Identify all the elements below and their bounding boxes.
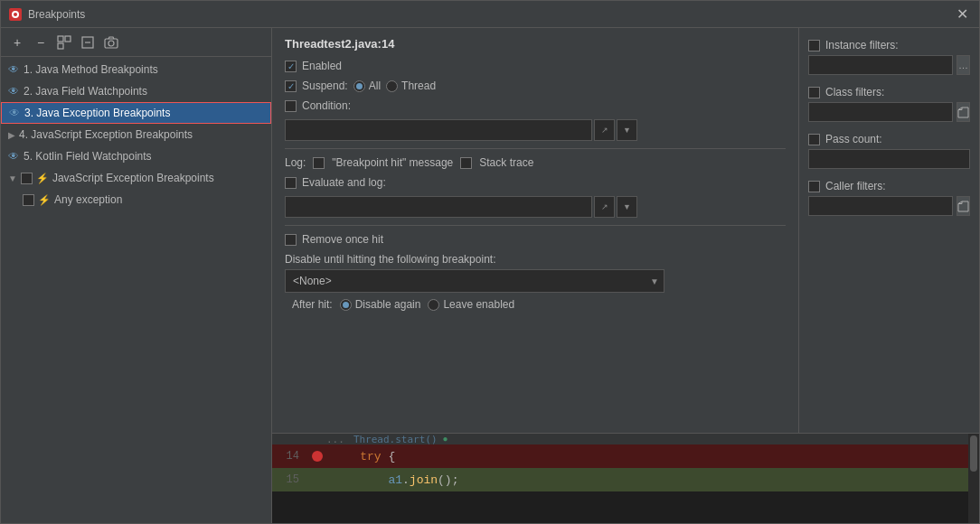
after-hit-row: After hit: Disable again Leave enabled <box>292 298 786 311</box>
evaluate-log-checkbox[interactable] <box>285 177 297 189</box>
group-checkbox[interactable] <box>21 173 33 184</box>
svg-point-2 <box>14 13 17 16</box>
condition-checkbox[interactable] <box>285 100 297 112</box>
condition-dropdown-btn[interactable]: ▼ <box>617 119 637 141</box>
leave-enabled-label: Leave enabled <box>443 298 514 311</box>
caller-filters-checkbox[interactable] <box>808 181 820 192</box>
group-button[interactable] <box>55 33 73 51</box>
tree-item-label: 5. Kotlin Field Watchpoints <box>24 150 152 163</box>
instance-filters-btn[interactable]: … <box>956 55 970 75</box>
log-row: Log: "Breakpoint hit" message Stack trac… <box>285 156 786 169</box>
tree-item-kotlin-field[interactable]: 👁 5. Kotlin Field Watchpoints <box>1 145 271 167</box>
child-checkbox[interactable] <box>23 194 34 206</box>
expand-button[interactable] <box>79 33 97 51</box>
caller-filters-label: Caller filters: <box>825 180 886 192</box>
stack-trace-checkbox[interactable] <box>460 157 472 169</box>
pass-count-section: Pass count: <box>808 133 970 169</box>
evaluate-log-input[interactable] <box>285 196 592 218</box>
thread-radio[interactable] <box>386 80 398 92</box>
breakpoint-tree: 👁 1. Java Method Breakpoints 👁 2. Java F… <box>1 57 271 523</box>
tree-group-js-exceptions[interactable]: ▼ ⚡ JavaScript Exception Breakpoints <box>1 167 271 189</box>
disable-again-radio[interactable] <box>340 299 352 311</box>
caller-filters-section: Caller filters: <box>808 180 970 216</box>
class-filters-section: Class filters: <box>808 86 970 122</box>
all-radio-wrap: All <box>353 80 381 92</box>
line-gutter-14 <box>308 451 326 462</box>
remove-once-hit-row: Remove once hit <box>285 233 786 246</box>
breakpoints-window: Breakpoints ✕ + − <box>0 0 980 524</box>
remove-once-hit-label: Remove once hit <box>302 233 383 246</box>
instance-filters-input-wrap: … <box>808 55 970 75</box>
tree-item-js-exception[interactable]: ▶ 4. JavaScript Exception Breakpoints <box>1 124 271 145</box>
thread-label: Thread <box>401 80 436 92</box>
tree-item-java-method[interactable]: 👁 1. Java Method Breakpoints <box>1 59 271 80</box>
all-radio[interactable] <box>353 80 365 92</box>
class-filters-btn[interactable] <box>956 102 970 122</box>
disable-until-dropdown-wrap: <None> ▼ <box>285 269 664 293</box>
instance-filters-label-row: Instance filters: <box>808 39 970 51</box>
after-hit-label: After hit: <box>292 298 333 311</box>
tree-item-label: 4. JavaScript Exception Breakpoints <box>19 128 193 141</box>
line-num-15: 15 <box>272 473 308 486</box>
thread-radio-wrap: Thread <box>386 80 436 92</box>
class-filters-label: Class filters: <box>825 86 884 98</box>
log-label: Log: <box>285 156 306 169</box>
camera-button[interactable] <box>102 33 120 51</box>
expand-arrow-icon: ▼ <box>8 173 17 183</box>
code-area: ... Thread.start() ● 14 try { <box>272 433 979 523</box>
suspend-checkbox[interactable] <box>285 80 297 92</box>
suspend-label: Suspend: <box>302 80 348 92</box>
pass-count-label: Pass count: <box>825 133 882 145</box>
caller-filters-btn[interactable] <box>956 196 970 216</box>
line-num-14: 14 <box>272 450 308 463</box>
tree-child-any-exception[interactable]: ⚡ Any exception <box>1 189 271 211</box>
tree-item-label: 1. Java Method Breakpoints <box>24 63 158 76</box>
evaluate-log-label: Evaluate and log: <box>302 176 386 189</box>
window-icon <box>8 7 23 22</box>
disable-until-row: Disable until hitting the following brea… <box>285 253 786 293</box>
evaluate-expand-btn[interactable]: ↗ <box>594 196 615 218</box>
enabled-checkbox[interactable] <box>285 61 297 72</box>
disable-until-dropdown[interactable]: <None> <box>285 269 664 293</box>
remove-button[interactable]: − <box>32 33 50 51</box>
instance-filters-label: Instance filters: <box>825 39 899 51</box>
condition-label: Condition: <box>302 99 351 112</box>
breakpoint-hit-checkbox[interactable] <box>313 157 325 169</box>
condition-input[interactable] <box>285 119 592 141</box>
pass-count-checkbox[interactable] <box>808 134 820 145</box>
class-filters-input-wrap <box>808 102 970 122</box>
enabled-label: Enabled <box>302 60 342 72</box>
add-button[interactable]: + <box>8 33 26 51</box>
pass-count-input-wrap <box>808 149 970 169</box>
code-content-15: a1.join(); <box>326 473 979 487</box>
eye-icon: 👁 <box>9 107 20 119</box>
close-button[interactable]: ✕ <box>953 5 972 23</box>
tree-item-java-exception[interactable]: 👁 3. Java Exception Breakpoints <box>1 102 271 124</box>
detail-panel: Threadtest2.java:14 Enabled Suspend: All <box>272 28 798 433</box>
class-filters-input[interactable] <box>808 102 953 122</box>
caller-filters-label-row: Caller filters: <box>808 180 970 192</box>
svg-rect-5 <box>58 43 63 49</box>
arrow-icon: ▶ <box>8 130 15 140</box>
remove-once-hit-checkbox[interactable] <box>285 234 297 246</box>
condition-expand-btn[interactable]: ↗ <box>594 119 615 141</box>
disable-again-label: Disable again <box>355 298 421 311</box>
scrollbar[interactable] <box>968 434 979 523</box>
evaluate-dropdown-btn[interactable]: ▼ <box>617 196 637 218</box>
tree-item-label: 2. Java Field Watchpoints <box>24 85 147 98</box>
instance-filters-section: Instance filters: … <box>808 39 970 75</box>
lightning-icon: ⚡ <box>36 173 49 184</box>
pass-count-input[interactable] <box>808 149 970 169</box>
instance-filters-checkbox[interactable] <box>808 40 820 51</box>
tree-item-java-field[interactable]: 👁 2. Java Field Watchpoints <box>1 80 271 102</box>
tree-item-label: 3. Java Exception Breakpoints <box>24 107 170 119</box>
left-panel: + − <box>1 28 272 523</box>
code-line-14: 14 try { <box>272 444 979 468</box>
leave-enabled-radio[interactable] <box>428 299 439 311</box>
breakpoint-hit-label: "Breakpoint hit" message <box>332 156 453 169</box>
class-filters-checkbox[interactable] <box>808 87 820 98</box>
caller-filters-input[interactable] <box>808 196 953 216</box>
instance-filters-input[interactable] <box>808 55 953 75</box>
condition-row: Condition: <box>285 99 786 112</box>
disable-again-radio-wrap: Disable again <box>340 298 421 311</box>
